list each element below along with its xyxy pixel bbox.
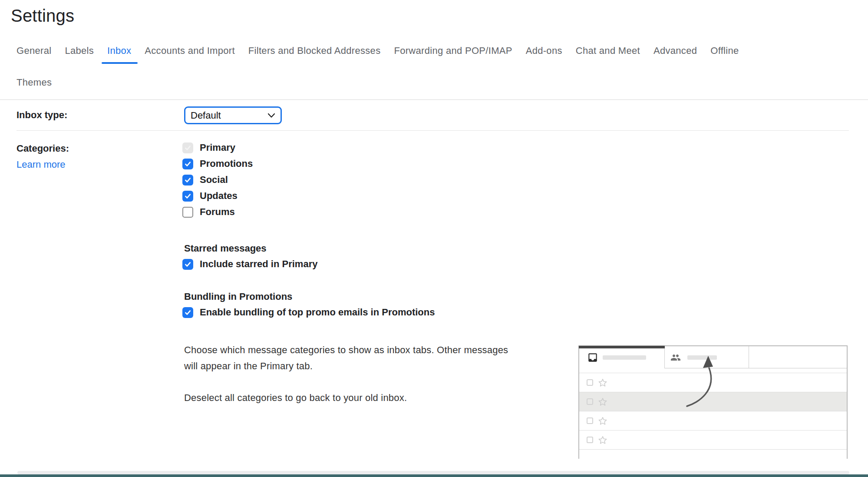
tab-advanced[interactable]: Advanced [653, 45, 697, 64]
inbox-type-selected-value: Default [191, 110, 221, 121]
starred-checkbox-include-starred-in-primary[interactable] [182, 259, 193, 270]
illustration-message-rows [579, 373, 847, 459]
categories-description: Choose which message categories to show … [184, 342, 575, 374]
window-bottom-edge [0, 474, 868, 477]
starred-messages-heading: Starred messages [184, 243, 267, 254]
tab-forwarding-and-pop-imap[interactable]: Forwarding and POP/IMAP [394, 45, 512, 64]
category-row-promotions: Promotions [182, 158, 253, 169]
tab-offline[interactable]: Offline [710, 45, 739, 64]
bundling-checkbox-enable-bundling-of-top-promo-emails-in-promotions[interactable] [182, 307, 193, 318]
bundling-option-container: Enable bundling of top promo emails in P… [182, 307, 435, 318]
illustration-empty-row [579, 449, 847, 459]
bundling-label-enable-bundling-of-top-promo-emails-in-promotions: Enable bundling of top promo emails in P… [200, 307, 435, 318]
inbox-icon [587, 352, 598, 365]
star-icon [598, 436, 607, 444]
page-title: Settings [11, 6, 74, 26]
tab-general[interactable]: General [17, 45, 51, 64]
categories-checkbox-list: PrimaryPromotionsSocialUpdatesForums [182, 142, 253, 218]
tabs-row-2: Themes [17, 77, 855, 96]
deselect-description: Deselect all categories to go back to yo… [184, 390, 575, 406]
category-row-social: Social [182, 174, 253, 186]
people-icon [670, 352, 681, 364]
star-icon [598, 417, 607, 425]
illustration-row-2 [579, 392, 847, 411]
tab-accounts-and-import[interactable]: Accounts and Import [145, 45, 234, 64]
divider-under-inbox-type [17, 130, 849, 131]
tabs-row-1: GeneralLabelsInboxAccounts and ImportFil… [17, 45, 855, 64]
illustration-row-4 [579, 430, 847, 449]
row-checkbox-icon [587, 417, 593, 424]
tab-label-placeholder [603, 355, 646, 360]
row-checkbox-icon [587, 437, 593, 443]
star-icon [598, 398, 607, 406]
tab-labels[interactable]: Labels [65, 45, 94, 64]
row-checkbox-icon [587, 398, 593, 405]
bundling-heading: Bundling in Promotions [184, 291, 292, 302]
category-label-forums: Forums [200, 206, 235, 218]
learn-more-link[interactable]: Learn more [17, 159, 66, 170]
illustration-row-3 [579, 411, 847, 430]
gmail-settings-page: Settings GeneralLabelsInboxAccounts and … [0, 0, 868, 477]
category-checkbox-social[interactable] [182, 175, 193, 186]
tab-filters-and-blocked-addresses[interactable]: Filters and Blocked Addresses [248, 45, 381, 64]
category-row-primary: Primary [182, 142, 253, 153]
category-label-promotions: Promotions [200, 158, 253, 169]
inbox-type-select[interactable]: Default [184, 106, 282, 124]
active-tab-top-bar [579, 346, 665, 348]
illustration-row-1 [579, 373, 847, 392]
illustration-social-tab [665, 346, 749, 368]
tab-label-placeholder [687, 355, 717, 360]
divider-under-tabs [0, 99, 868, 100]
bundling-row-enable-bundling-of-top-promo-emails-in-promotions: Enable bundling of top promo emails in P… [182, 307, 435, 318]
category-checkbox-updates[interactable] [182, 191, 193, 202]
row-checkbox-icon [587, 379, 593, 386]
star-icon [598, 378, 607, 387]
starred-row-include-starred-in-primary: Include starred in Primary [182, 258, 317, 270]
category-row-updates: Updates [182, 190, 253, 202]
category-checkbox-forums[interactable] [182, 207, 193, 218]
horizontal-scrollbar[interactable] [17, 471, 849, 474]
tab-chat-and-meet[interactable]: Chat and Meet [576, 45, 640, 64]
starred-option-container: Include starred in Primary [182, 258, 317, 270]
inbox-type-label: Inbox type: [17, 109, 67, 121]
category-label-updates: Updates [200, 190, 238, 202]
starred-label-include-starred-in-primary: Include starred in Primary [200, 258, 317, 270]
chevron-down-icon [267, 113, 275, 118]
category-checkbox-promotions[interactable] [182, 159, 193, 169]
tab-add-ons[interactable]: Add-ons [526, 45, 562, 64]
settings-tabs: GeneralLabelsInboxAccounts and ImportFil… [17, 45, 855, 96]
tab-strip-bottom-border [664, 368, 847, 368]
tab-themes[interactable]: Themes [17, 77, 52, 96]
illustration-primary-tab [579, 346, 665, 368]
tab-inbox[interactable]: Inbox [107, 45, 131, 64]
category-row-forums: Forums [182, 206, 253, 218]
category-label-primary: Primary [200, 142, 235, 153]
category-label-social: Social [200, 174, 228, 186]
category-checkbox-primary [182, 142, 193, 153]
inbox-tabs-illustration [578, 345, 848, 459]
categories-label: Categories: [17, 143, 69, 154]
